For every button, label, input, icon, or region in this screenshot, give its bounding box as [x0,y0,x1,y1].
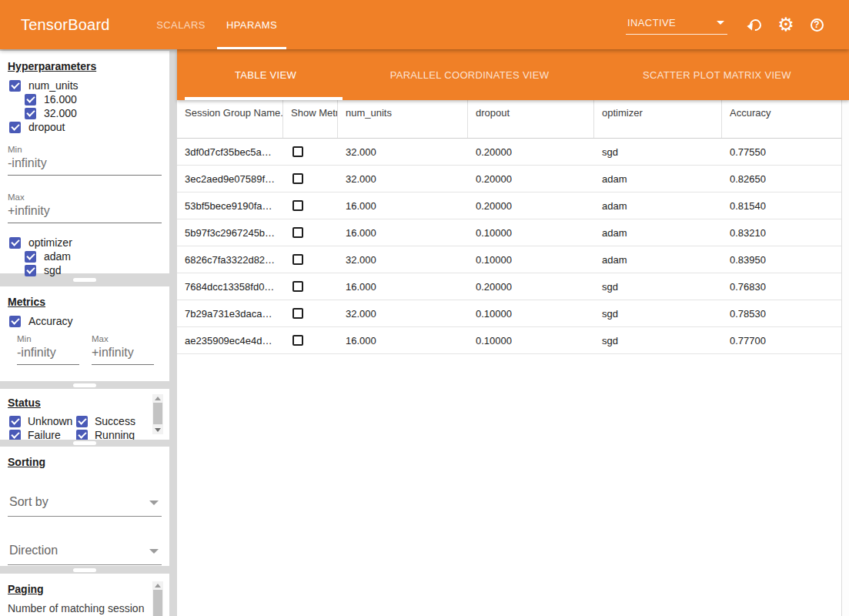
num-units-value: 32.000 [338,254,468,266]
session-name: 7b29a731e3daca… [177,308,283,320]
accuracy-value: 0.78530 [722,308,841,320]
accuracy-checkbox[interactable] [9,316,21,327]
resize-handle[interactable] [73,441,96,445]
num-units-16-checkbox[interactable] [25,94,36,105]
show-metrics-checkbox[interactable] [292,200,303,211]
dropout-value: 0.20000 [468,173,594,185]
status-scrollbar[interactable] [152,394,163,434]
accuracy-min-field: Min [17,334,79,365]
reload-status-select[interactable]: INACTIVE [626,15,727,35]
optimizer-checkbox[interactable] [9,237,21,249]
tab-scalars[interactable]: SCALARS [145,0,216,49]
session-group-table-area: Session Group Name. Show Metrics num_uni… [177,100,849,616]
optimizer-adam-label: adam [44,250,71,263]
num-units-16-label: 16.000 [44,93,77,105]
tab-parallel-coordinates-view[interactable]: PARALLEL COORDINATES VIEW [354,49,585,100]
num-units-value: 16.000 [338,335,468,346]
scrollbar-thumb[interactable] [153,590,162,616]
status-success-label: Success [95,415,135,427]
num-units-value: 32.000 [338,173,468,185]
show-metrics-checkbox[interactable] [292,308,303,319]
optimizer-value: adam [594,254,722,266]
chevron-down-icon [717,21,724,25]
show-metrics-checkbox[interactable] [292,146,303,157]
metrics-section: Metrics Accuracy Min Max [0,286,169,381]
num-units-value: 32.000 [338,146,468,158]
show-metrics-checkbox[interactable] [292,335,303,346]
help-button[interactable]: ? [801,18,832,32]
status-unknown: Unknown [9,415,76,427]
accuracy-value: 0.83210 [722,227,841,239]
col-accuracy: Accuracy [722,100,841,138]
accuracy-max-input[interactable] [92,343,154,365]
resize-handle[interactable] [73,383,96,387]
status-unknown-checkbox[interactable] [9,416,21,427]
tab-scatter-plot-matrix-view[interactable]: SCATTER PLOT MATRIX VIEW [585,49,849,100]
top-toolbar: TensorBoard SCALARS HPARAMS INACTIVE ⚙ ? [0,0,849,49]
table-row: 7684dcc13358fd0… 16.000 0.20000 sgd 0.76… [177,273,841,300]
paging-scrollbar[interactable] [152,581,163,616]
accuracy-value: 0.76830 [722,281,841,293]
scroll-up-icon[interactable] [155,397,161,400]
hparam-dropout-row: dropout [0,120,169,134]
status-failure: Failure [9,429,76,440]
optimizer-value: sgd [594,146,722,158]
optimizer-adam-checkbox[interactable] [25,251,36,263]
metrics-heading: Metrics [8,296,169,308]
status-running-checkbox[interactable] [76,430,88,440]
num-units-value: 32.000 [338,308,468,320]
sort-by-select[interactable]: Sort by [8,494,162,517]
hparams-main: TABLE VIEW PARALLEL COORDINATES VIEW SCA… [177,49,849,616]
optimizer-value-row: adam [0,249,169,263]
dropout-min-input[interactable] [8,154,162,176]
num-units-32-checkbox[interactable] [25,108,36,119]
optimizer-value-row: sgd [0,263,169,277]
status-heading: Status [8,397,169,409]
dropout-checkbox[interactable] [9,122,21,133]
status-failure-checkbox[interactable] [9,430,21,440]
settings-button[interactable]: ⚙ [770,15,801,34]
chevron-down-icon [149,549,159,554]
table-scrollbar-gutter[interactable] [841,100,849,616]
dropout-max-input[interactable] [8,202,162,223]
show-metrics-checkbox[interactable] [292,281,303,292]
accuracy-min-input[interactable] [17,343,79,365]
scroll-up-icon[interactable] [155,584,161,588]
view-tabs: TABLE VIEW PARALLEL COORDINATES VIEW SCA… [177,49,849,100]
num-units-value: 16.000 [338,227,468,239]
show-metrics-checkbox[interactable] [292,254,303,265]
status-success-checkbox[interactable] [76,416,88,427]
dropout-value: 0.20000 [468,281,594,293]
status-success: Success [76,415,135,427]
table-row: 7b29a731e3daca… 32.000 0.10000 sgd 0.785… [177,300,841,327]
table-header-row: Session Group Name. Show Metrics num_uni… [177,100,841,139]
scroll-down-icon[interactable] [155,428,161,432]
hparam-optimizer-row: optimizer [0,236,169,249]
tab-table-view[interactable]: TABLE VIEW [177,49,354,100]
session-name: 3df0d7cf35bec5a… [177,146,283,158]
show-metrics-checkbox[interactable] [292,227,303,238]
accuracy-label: Accuracy [28,315,73,327]
accuracy-max-field: Max [92,334,154,365]
col-num-units: num_units [338,100,468,138]
num-units-checkbox[interactable] [9,80,21,92]
show-metrics-checkbox[interactable] [292,173,303,184]
accuracy-range-fields: Min Max [17,334,162,365]
optimizer-value: sgd [594,281,722,293]
status-unknown-label: Unknown [28,415,72,427]
max-label: Max [8,192,162,202]
min-label: Min [17,334,79,343]
refresh-button[interactable] [740,19,770,31]
table-row: ae235909ec4e4d… 16.000 0.10000 sgd 0.777… [177,327,841,354]
optimizer-label: optimizer [28,236,72,249]
scrollbar-thumb[interactable] [153,403,162,424]
direction-select[interactable]: Direction [8,542,162,565]
status-running-label: Running [95,429,135,440]
resize-handle[interactable] [73,278,96,282]
session-name: 5b97f3c2967245b… [177,227,283,239]
tab-hparams[interactable]: HPARAMS [216,0,287,49]
num-units-value: 16.000 [338,200,468,212]
resize-handle[interactable] [73,568,96,572]
optimizer-sgd-checkbox[interactable] [25,265,36,276]
paging-heading: Paging [8,583,169,595]
